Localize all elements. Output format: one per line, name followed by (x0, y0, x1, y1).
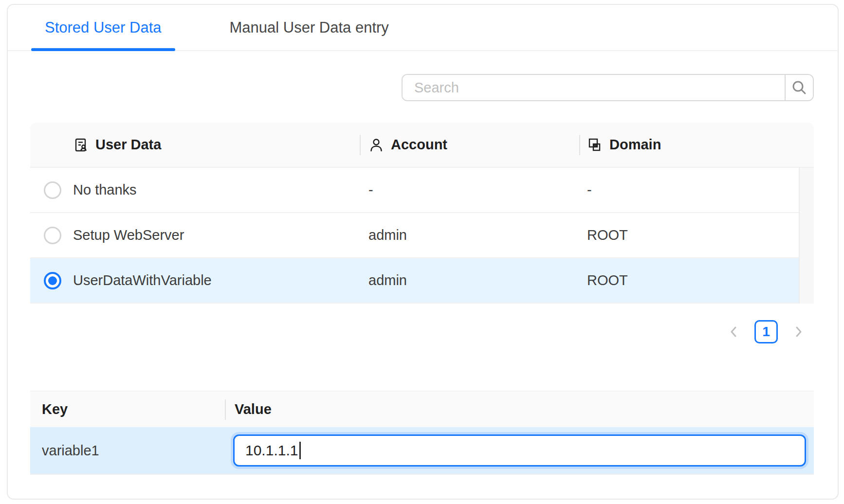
variable-key-label: variable1 (30, 443, 225, 459)
cell-user-data: UserDataWithVariable (30, 272, 360, 289)
table-row-userdatawithvariable[interactable]: UserDataWithVariable admin ROOT (30, 258, 814, 304)
radio-setup-webserver[interactable] (44, 227, 61, 244)
search-icon (791, 79, 807, 96)
cell-account: admin (360, 272, 579, 288)
variables-table-header: Key Value (30, 391, 814, 427)
search-button[interactable] (785, 75, 813, 100)
pagination-prev-button[interactable] (725, 323, 743, 341)
column-header-value: Value (225, 392, 814, 427)
variable-value-cell: 10.1.1.1 (225, 434, 814, 467)
tab-stored-user-data[interactable]: Stored User Data (31, 5, 175, 50)
tab-manual-user-data-entry-label: Manual User Data entry (230, 19, 389, 36)
cell-domain: - (579, 182, 814, 198)
cell-account: - (360, 182, 579, 198)
variable-row-variable1: variable1 10.1.1.1 (30, 427, 814, 475)
domain-blocks-icon (587, 137, 603, 153)
text-cursor (299, 442, 301, 459)
table-row-setup-webserver[interactable]: Setup WebServer admin ROOT (30, 213, 814, 258)
cell-domain: ROOT (579, 272, 814, 288)
tab-panel-stored-user-data: User Data Account (8, 74, 838, 475)
account-person-icon (368, 137, 384, 153)
chevron-right-icon (792, 325, 805, 338)
pagination-next-button[interactable] (789, 323, 807, 341)
search-row (30, 74, 814, 101)
cell-account: admin (360, 227, 579, 243)
cell-user-data: No thanks (30, 181, 360, 199)
column-header-account-label: Account (391, 137, 447, 153)
column-header-domain-label: Domain (609, 137, 661, 153)
user-data-table: User Data Account (30, 123, 814, 304)
radio-userdatawithvariable-checked[interactable] (44, 272, 61, 289)
user-data-dialog: Stored User Data Manual User Data entry (7, 4, 839, 500)
variable-value-text: 10.1.1.1 (245, 442, 298, 459)
tab-manual-user-data-entry[interactable]: Manual User Data entry (216, 5, 403, 50)
variables-table: Key Value variable1 10.1.1.1 (30, 391, 814, 475)
pagination-page-1[interactable]: 1 (754, 320, 778, 343)
search-input[interactable] (403, 75, 785, 100)
tab-bar: Stored User Data Manual User Data entry (8, 5, 838, 51)
column-header-key: Key (30, 392, 225, 427)
user-data-document-icon (73, 137, 89, 153)
column-header-user-data-label: User Data (95, 137, 161, 153)
row-user-data-label: No thanks (73, 182, 137, 198)
table-row-no-thanks[interactable]: No thanks - - (30, 168, 814, 213)
chevron-left-icon (728, 325, 740, 338)
cell-domain: ROOT (579, 227, 814, 243)
row-user-data-label: Setup WebServer (73, 227, 184, 243)
user-data-table-body: No thanks - - Setup WebServer admin ROOT (30, 168, 814, 304)
column-header-user-data: User Data (30, 123, 360, 167)
variable-value-input[interactable]: 10.1.1.1 (233, 434, 806, 467)
search-group (402, 74, 814, 101)
column-header-account: Account (360, 123, 579, 167)
tab-stored-user-data-label: Stored User Data (45, 19, 162, 36)
user-data-table-header: User Data Account (30, 123, 814, 168)
column-header-domain: Domain (579, 123, 814, 167)
pagination: 1 (30, 320, 814, 343)
row-user-data-label: UserDataWithVariable (73, 272, 212, 288)
radio-no-thanks[interactable] (44, 181, 61, 199)
cell-user-data: Setup WebServer (30, 227, 360, 244)
